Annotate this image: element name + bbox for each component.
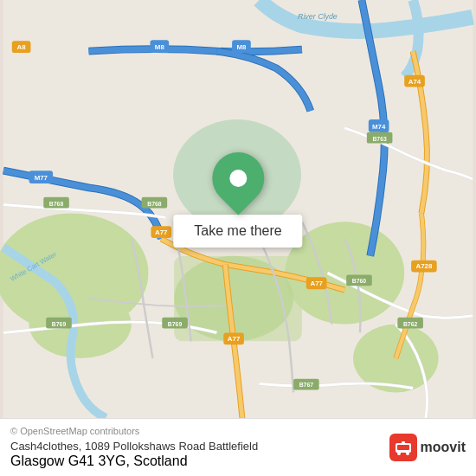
- svg-text:A77: A77: [155, 228, 168, 236]
- map-container: White Cart Water: [0, 0, 476, 418]
- button-overlay: Take me there: [173, 152, 302, 248]
- take-me-there-button[interactable]: Take me there: [173, 215, 302, 248]
- map-attribution: © OpenStreetMap contributors: [10, 426, 258, 436]
- address-block: Cash4clothes, 1089 Pollokshaws Road Batt…: [10, 438, 258, 469]
- svg-point-3: [285, 222, 404, 324]
- svg-text:M8: M8: [236, 43, 247, 51]
- moovit-icon: [389, 434, 417, 461]
- footer-left: © OpenStreetMap contributors Cash4clothe…: [10, 426, 258, 469]
- svg-text:M77: M77: [35, 174, 48, 182]
- svg-text:B767: B767: [299, 383, 314, 389]
- svg-text:B760: B760: [352, 278, 367, 284]
- moovit-logo[interactable]: moovit: [389, 434, 466, 461]
- svg-point-49: [406, 452, 409, 455]
- svg-text:A8: A8: [17, 43, 27, 51]
- svg-rect-47: [397, 445, 409, 450]
- location-address-line2: Glasgow G41 3YG, Scotland: [10, 453, 188, 468]
- svg-text:M74: M74: [372, 123, 386, 131]
- svg-text:B768: B768: [49, 201, 64, 207]
- svg-text:A74: A74: [408, 78, 421, 86]
- svg-point-48: [397, 452, 401, 455]
- svg-text:A77: A77: [310, 280, 323, 287]
- location-address: Cash4clothes, 1089 Pollokshaws Road Batt…: [10, 440, 258, 453]
- svg-text:B762: B762: [403, 321, 418, 327]
- svg-text:B769: B769: [168, 321, 183, 327]
- svg-text:B769: B769: [52, 321, 67, 327]
- svg-text:River Clyde: River Clyde: [298, 12, 338, 21]
- svg-text:B763: B763: [372, 136, 387, 142]
- location-pin: [202, 141, 275, 215]
- app: White Cart Water: [0, 0, 476, 476]
- svg-text:A77: A77: [228, 335, 241, 343]
- svg-text:M8: M8: [155, 43, 165, 51]
- footer: © OpenStreetMap contributors Cash4clothe…: [0, 418, 476, 476]
- svg-rect-50: [402, 441, 405, 445]
- location-pin-inner: [229, 170, 247, 187]
- svg-text:B768: B768: [147, 201, 162, 207]
- svg-text:A728: A728: [415, 263, 432, 271]
- moovit-brand-text: moovit: [421, 440, 466, 455]
